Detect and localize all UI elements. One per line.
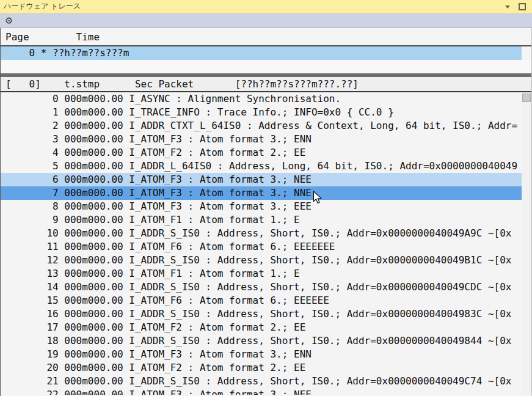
hardware-trace-window: ハードウェア トレース ⚙ Page Time 0 * ??h??m??s???… xyxy=(0,0,532,396)
table-row[interactable]: 5 000m000.00 I_ADDR_L_64IS0 : Address, L… xyxy=(1,160,522,173)
trace-content: Page Time 0 * ??h??m??s???m [ 0] t.stmp … xyxy=(0,28,532,396)
maximize-icon[interactable] xyxy=(519,3,526,10)
table-row[interactable]: 2 000m000.00 I_ADDR_CTXT_L_64IS0 : Addre… xyxy=(1,119,522,133)
table-row[interactable]: 12 000m000.00 I_ADDR_S_IS0 : Address, Sh… xyxy=(1,254,522,267)
dropdown-menu-icon[interactable] xyxy=(505,6,510,9)
window-controls xyxy=(505,0,526,13)
table-row[interactable]: 20 000m000.00 I_ATOM_F2 : Atom format 2.… xyxy=(1,361,522,375)
table-row[interactable]: 21 000m000.00 I_ADDR_S_IS0 : Address, Sh… xyxy=(1,375,522,388)
table-row[interactable]: 9 000m000.00 I_ATOM_F1 : Atom format 1.;… xyxy=(1,213,522,227)
page-time-header-text: Page Time xyxy=(1,28,531,44)
packet-table: 0 000m000.00 I_ASYNC : Alignment Synchro… xyxy=(1,92,531,395)
table-row[interactable]: 4 000m000.00 I_ATOM_F2 : Atom format 2.;… xyxy=(1,146,522,160)
table-row[interactable]: 3 000m000.00 I_ATOM_F3 : Atom format 3.;… xyxy=(1,133,522,146)
gear-icon[interactable]: ⚙ xyxy=(5,14,13,28)
packet-rows: 0 000m000.00 I_ASYNC : Alignment Synchro… xyxy=(1,92,531,395)
table-row[interactable]: 14 000m000.00 I_ADDR_S_IS0 : Address, Sh… xyxy=(1,280,522,294)
packet-table-header: [ 0] t.stmp Sec Packet [??h??m??s???m???… xyxy=(1,77,531,92)
table-row[interactable]: 18 000m000.00 I_ADDR_S_IS0 : Address, Sh… xyxy=(1,334,522,348)
table-row[interactable]: 0 000m000.00 I_ASYNC : Alignment Synchro… xyxy=(1,92,522,106)
table-row[interactable]: 15 000m000.00 I_ATOM_F6 : Atom format 6.… xyxy=(1,294,522,307)
table-row[interactable]: 11 000m000.00 I_ATOM_F6 : Atom format 6.… xyxy=(1,240,522,254)
table-row[interactable]: 22 000m000.00 I_ATOM_F3 : Atom format 3.… xyxy=(1,388,522,395)
table-row[interactable]: 19 000m000.00 I_ATOM_F3 : Atom format 3.… xyxy=(1,348,522,361)
table-row[interactable]: 16 000m000.00 I_ADDR_S_IS0 : Address, Sh… xyxy=(1,307,522,321)
page-time-header: Page Time xyxy=(1,28,531,46)
table-row[interactable]: 10 000m000.00 I_ADDR_S_IS0 : Address, Sh… xyxy=(1,227,522,240)
scrollbar-thumb[interactable] xyxy=(522,94,531,102)
table-row[interactable]: 13 000m000.00 I_ATOM_F1 : Atom format 1.… xyxy=(1,267,522,280)
table-row[interactable]: 6 000m000.00 I_ATOM_F3 : Atom format 3.;… xyxy=(1,173,522,186)
table-row[interactable]: 7 000m000.00 I_ATOM_F3 : Atom format 3.;… xyxy=(1,186,522,200)
toolbar: ⚙ xyxy=(0,13,532,28)
table-row[interactable]: 1 000m000.00 I_TRACE_INFO : Trace Info.;… xyxy=(1,106,522,119)
packet-table-header-text: [ 0] t.stmp Sec Packet [??h??m??s???m???… xyxy=(1,77,531,91)
page-summary-row[interactable]: 0 * ??h??m??s???m xyxy=(1,46,522,60)
table-row[interactable]: 17 000m000.00 I_ATOM_F2 : Atom format 2.… xyxy=(1,321,522,334)
vertical-scrollbar[interactable] xyxy=(522,92,531,395)
titlebar: ハードウェア トレース xyxy=(0,0,532,13)
spacer-row xyxy=(1,60,531,73)
window-title: ハードウェア トレース xyxy=(0,1,81,12)
table-row[interactable]: 8 000m000.00 I_ATOM_F3 : Atom format 3.;… xyxy=(1,200,522,213)
page-summary-text: 0 * ??h??m??s???m xyxy=(1,46,522,60)
